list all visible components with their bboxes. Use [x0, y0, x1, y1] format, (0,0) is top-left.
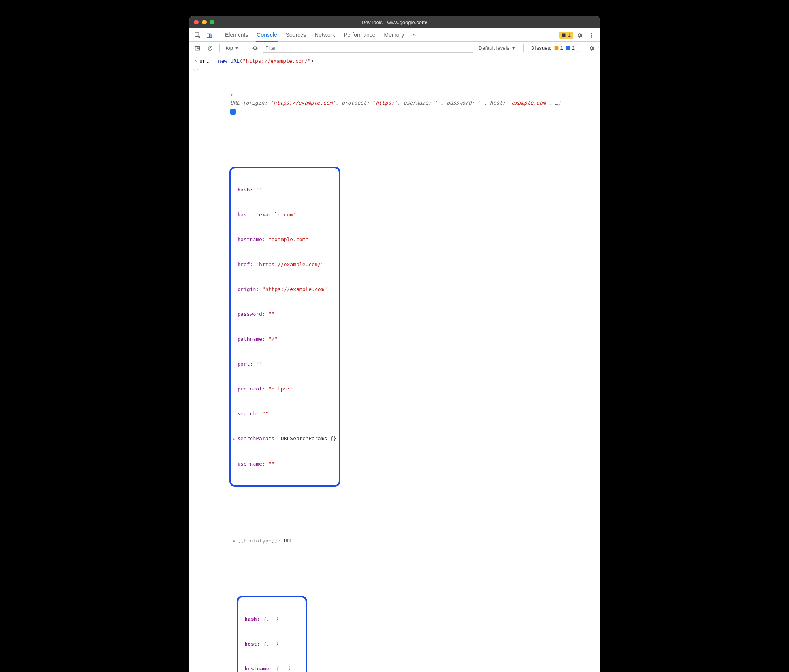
- tab-memory[interactable]: Memory: [383, 28, 405, 42]
- tab-performance[interactable]: Performance: [343, 28, 376, 42]
- panel-tabs: Elements Console Sources Network Perform…: [221, 28, 558, 42]
- result-summary[interactable]: URL {origin: 'https://example.com', prot…: [199, 65, 597, 672]
- dropdown-icon: ▼: [234, 45, 239, 51]
- svg-rect-5: [564, 36, 564, 36]
- execution-context-selector[interactable]: top ▼: [224, 44, 242, 52]
- context-label: top: [226, 45, 233, 51]
- settings-icon[interactable]: [575, 30, 585, 40]
- more-tabs-icon[interactable]: »: [412, 28, 417, 42]
- divider: [218, 31, 218, 39]
- expand-arrow-icon[interactable]: [233, 537, 237, 545]
- svg-rect-14: [566, 46, 570, 50]
- tab-elements[interactable]: Elements: [224, 28, 249, 42]
- inspect-element-icon[interactable]: [192, 30, 203, 40]
- maximize-window-button[interactable]: [210, 20, 214, 24]
- info-icon[interactable]: i: [230, 109, 236, 115]
- highlight-own-properties: hash: "" host: "example.com" hostname: "…: [229, 167, 340, 487]
- clear-console-icon[interactable]: [205, 43, 215, 53]
- svg-rect-4: [564, 34, 564, 36]
- console-output: › url = new URL("https://example.com/") …: [189, 54, 600, 672]
- svg-line-11: [209, 47, 212, 50]
- tab-console[interactable]: Console: [256, 28, 278, 42]
- svg-point-8: [591, 36, 592, 38]
- console-output-row: ‹· URL {origin: 'https://example.com', p…: [192, 65, 597, 672]
- console-input-row: › url = new URL("https://example.com/"): [192, 57, 597, 65]
- expand-arrow-icon[interactable]: [230, 90, 235, 99]
- svg-rect-1: [207, 33, 210, 37]
- toggle-sidebar-icon[interactable]: [192, 43, 203, 53]
- highlight-prototype-getters: hash: (...) host: (...) hostname: (...) …: [237, 596, 307, 672]
- issues-label: 3 Issues:: [531, 45, 552, 51]
- divider: [582, 44, 582, 52]
- warnings-badge[interactable]: 1: [559, 32, 573, 39]
- divider: [523, 44, 524, 52]
- more-options-icon[interactable]: [586, 30, 597, 40]
- issues-warn-chip: 1: [554, 45, 563, 51]
- tab-sources[interactable]: Sources: [285, 28, 307, 42]
- prompt-icon: ›: [192, 57, 199, 65]
- issues-info-chip: 2: [565, 45, 575, 51]
- tab-network[interactable]: Network: [314, 28, 336, 42]
- titlebar: DevTools - www.google.com/: [189, 16, 600, 28]
- svg-rect-2: [210, 34, 212, 37]
- console-input-code[interactable]: url = new URL("https://example.com/"): [199, 57, 597, 65]
- svg-point-12: [255, 47, 256, 49]
- result-icon: ‹·: [192, 65, 199, 73]
- svg-point-7: [591, 34, 592, 36]
- dropdown-icon: ▼: [511, 45, 516, 51]
- window-controls: [194, 20, 214, 24]
- svg-point-6: [591, 33, 592, 34]
- filter-input[interactable]: [263, 44, 473, 53]
- minimize-window-button[interactable]: [202, 20, 207, 24]
- live-expression-icon[interactable]: [250, 43, 260, 53]
- console-toolbar: top ▼ Default levels ▼ 3 Issues: 1 2: [189, 42, 600, 54]
- tabbar: Elements Console Sources Network Perform…: [189, 28, 600, 42]
- levels-label: Default levels: [479, 45, 509, 51]
- console-settings-icon[interactable]: [586, 43, 597, 53]
- divider: [219, 44, 220, 52]
- log-levels-selector[interactable]: Default levels ▼: [475, 44, 519, 52]
- expand-arrow-icon[interactable]: [233, 435, 237, 443]
- device-toolbar-icon[interactable]: [204, 30, 214, 40]
- issues-panel-button[interactable]: 3 Issues: 1 2: [528, 44, 579, 52]
- warnings-count: 1: [568, 32, 571, 38]
- devtools-window: DevTools - www.google.com/ Elements Cons…: [189, 16, 600, 672]
- window-title: DevTools - www.google.com/: [189, 19, 600, 25]
- close-window-button[interactable]: [194, 20, 199, 24]
- svg-rect-13: [554, 46, 558, 50]
- divider: [246, 44, 246, 52]
